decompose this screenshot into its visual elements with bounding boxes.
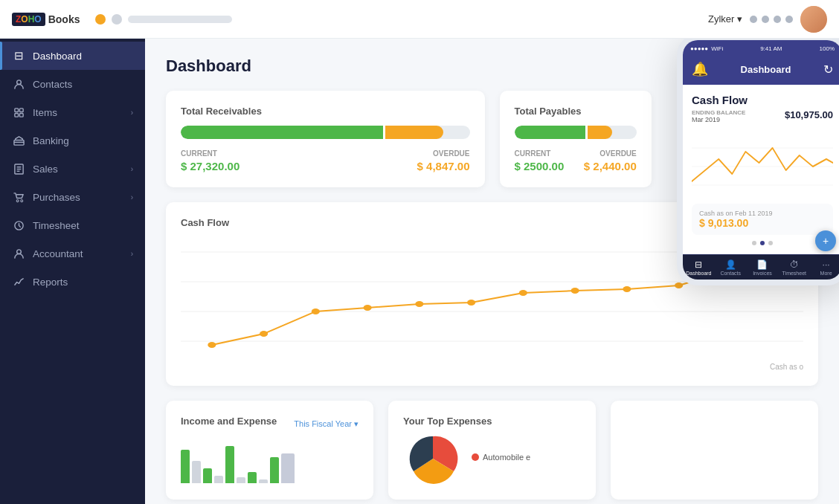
logo-books-text: Books <box>48 13 80 25</box>
third-card <box>611 401 818 500</box>
mobile-overlay: ●●●●● WiFi 9:41 AM 100% 🔔 Dashboard ↻ Ca… <box>677 39 839 285</box>
svg-point-12 <box>20 199 22 201</box>
loader-dot-inactive <box>112 14 122 25</box>
svg-point-28 <box>675 282 683 288</box>
sidebar-item-items[interactable]: Items › <box>0 98 145 126</box>
pie-area: Automobile e <box>403 433 581 485</box>
sidebar-item-contacts[interactable]: Contacts <box>0 70 145 98</box>
mobile-nav-invoices: 📄 Invoices <box>747 259 779 276</box>
sidebar-label-sales: Sales <box>33 164 58 175</box>
mobile-cash-label: Cash as on Feb 11 2019 <box>699 210 826 217</box>
sidebar-label-dashboard: Dashboard <box>33 51 82 62</box>
sidebar-item-timesheet[interactable]: Timesheet <box>0 211 145 239</box>
svg-point-20 <box>260 331 268 337</box>
avatar-image <box>800 6 827 33</box>
bar-1 <box>181 450 190 483</box>
mobile-refresh-icon: ↻ <box>823 62 833 77</box>
avatar[interactable] <box>800 6 827 33</box>
bottom-row: Income and Expense This Fiscal Year ▾ <box>166 401 818 500</box>
mobile-pagination <box>692 241 833 245</box>
bar-5 <box>225 446 234 483</box>
payables-overdue-value: $ 2,440.00 <box>584 160 637 172</box>
mobile-content: Cash Flow ENDING BALANCE Mar 2019 $10,97… <box>683 85 839 254</box>
svg-point-27 <box>623 286 631 292</box>
purchases-icon <box>12 190 25 204</box>
loader-area <box>95 14 709 25</box>
receivables-overdue-value: $ 4,847.00 <box>417 160 470 172</box>
top-nav-dot-4 <box>785 16 793 23</box>
sidebar-label-items: Items <box>33 107 57 118</box>
top-expenses-title: Your Top Expenses <box>403 416 581 427</box>
bar-7 <box>248 472 257 483</box>
income-expense-card: Income and Expense This Fiscal Year ▾ <box>166 401 373 500</box>
mobile-nav-timesheet: ⏱ Timesheet <box>778 259 810 276</box>
mobile-balance-row: ENDING BALANCE Mar 2019 $10,975.00 <box>692 109 833 123</box>
loader-progress-bar <box>128 16 232 23</box>
fiscal-year-select[interactable]: This Fiscal Year ▾ <box>294 419 359 429</box>
sidebar-label-reports: Reports <box>33 277 68 288</box>
receivables-current-value: $ 27,320.00 <box>181 160 240 172</box>
legend-dot-1 <box>472 453 479 461</box>
sidebar-label-purchases: Purchases <box>33 192 80 203</box>
sidebar-item-purchases[interactable]: Purchases › <box>0 183 145 211</box>
mobile-signal: ●●●●● WiFi <box>690 45 723 52</box>
mobile-nav-more-label: More <box>820 271 832 276</box>
mobile-balance-left: ENDING BALANCE Mar 2019 <box>692 109 745 123</box>
mobile-fab[interactable]: + <box>815 230 836 251</box>
payables-current-bar <box>515 126 585 139</box>
mobile-nav-timesheet-label: Timesheet <box>782 271 806 276</box>
mobile-chart-svg <box>692 129 833 204</box>
mobile-nav-dashboard: ⊟ Dashboard <box>683 259 715 276</box>
mobile-nav-bar: 🔔 Dashboard ↻ <box>683 56 839 85</box>
payables-current-label: CURRENT $ 2500.00 <box>515 149 565 172</box>
items-chevron: › <box>131 109 133 117</box>
logo: ZOHO Books <box>12 13 80 26</box>
receivables-current-bar <box>181 126 383 139</box>
receivables-overdue-label: OVERDUE $ 4,847.00 <box>417 149 470 172</box>
sales-chevron: › <box>131 165 133 173</box>
svg-rect-1 <box>14 108 18 112</box>
user-name[interactable]: Zylker ▾ <box>708 13 742 25</box>
sidebar-label-contacts: Contacts <box>33 79 72 90</box>
contacts-icon <box>12 77 25 91</box>
pagination-dot-3 <box>768 241 773 245</box>
payables-current-value: $ 2500.00 <box>515 160 565 172</box>
mobile-nav-dashboard-icon: ⊟ <box>695 259 702 270</box>
svg-point-25 <box>519 290 527 296</box>
mobile-nav-invoices-label: Invoices <box>753 271 772 276</box>
bar-4 <box>214 476 223 483</box>
timesheet-icon <box>12 219 25 232</box>
top-bar: ZOHO Books Zylker ▾ <box>0 0 839 39</box>
sidebar-item-banking[interactable]: Banking <box>0 126 145 155</box>
mobile-balance-label: ENDING BALANCE <box>692 109 745 116</box>
payables-overdue-bar <box>588 126 612 139</box>
payables-overdue-label: OVERDUE $ 2,440.00 <box>584 149 637 172</box>
mobile-chart <box>692 129 833 204</box>
mobile-battery: 100% <box>820 45 835 52</box>
bar-3 <box>203 468 212 483</box>
svg-point-22 <box>364 305 372 311</box>
sidebar-item-accountant[interactable]: Accountant › <box>0 239 145 268</box>
banking-icon <box>12 134 25 147</box>
sidebar-item-reports[interactable]: Reports <box>0 268 145 296</box>
svg-point-26 <box>571 288 579 294</box>
top-bar-right: Zylker ▾ <box>708 6 827 33</box>
income-expense-chart <box>181 439 359 483</box>
receivables-current-title: CURRENT <box>181 149 240 158</box>
bar-wide <box>281 453 295 483</box>
income-expense-title: Income and Expense <box>181 416 277 427</box>
sidebar: ⊟ Dashboard Contacts Items › Banking <box>0 39 145 504</box>
sidebar-item-dashboard[interactable]: ⊟ Dashboard <box>0 42 145 70</box>
receivables-labels: CURRENT $ 27,320.00 OVERDUE $ 4,847.00 <box>181 149 470 172</box>
mobile-cash-value: $ 9,013.00 <box>699 217 826 229</box>
bar-8 <box>259 479 268 483</box>
sidebar-item-sales[interactable]: Sales › <box>0 155 145 183</box>
pagination-dot-1 <box>752 241 756 245</box>
items-icon <box>12 106 25 119</box>
income-expense-header: Income and Expense This Fiscal Year ▾ <box>181 416 359 433</box>
svg-point-0 <box>16 80 21 84</box>
logo-zoho: ZOHO <box>12 13 45 26</box>
content-wrapper: Dashboard Total Receivables CURRENT $ 27… <box>166 56 818 500</box>
svg-point-21 <box>312 308 320 314</box>
loader-dot-active <box>95 14 106 25</box>
